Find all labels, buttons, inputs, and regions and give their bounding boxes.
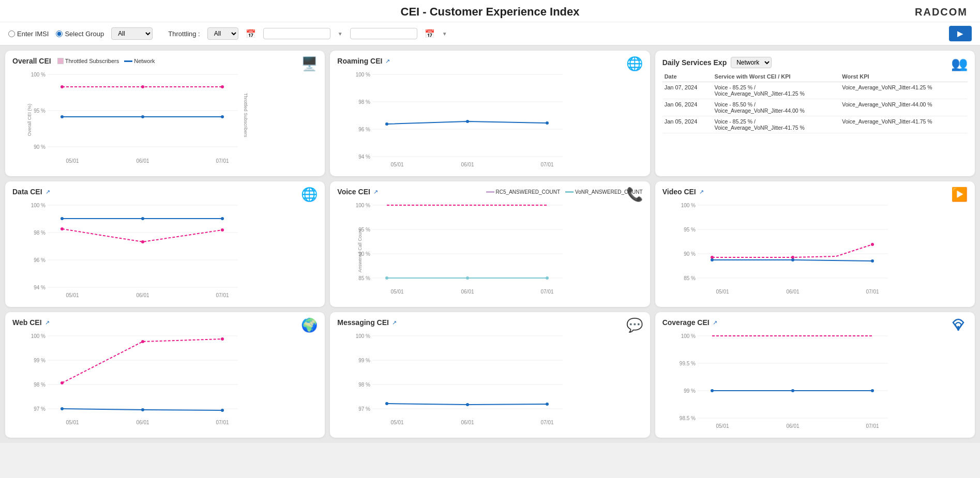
svg-point-10 <box>141 85 144 88</box>
throttling-label: Throttling : <box>168 30 200 38</box>
daily-services-select[interactable]: Network <box>731 57 772 68</box>
svg-point-91 <box>221 337 224 341</box>
svg-text:07/01: 07/01 <box>866 289 879 295</box>
svg-point-76 <box>791 258 794 261</box>
daily-table-row: Jan 06, 2024 Voice - 85.50 % /Voice_Aver… <box>662 99 968 116</box>
data-ext-link[interactable]: ↗ <box>46 189 50 195</box>
roaming-cei-title: Roaming CEI <box>337 57 382 65</box>
data-cei-title: Data CEI <box>12 188 42 196</box>
date-to[interactable]: 2024/01/08 00:00 <box>350 28 417 39</box>
svg-text:07/01: 07/01 <box>866 423 879 429</box>
svg-point-121 <box>711 389 714 392</box>
svg-text:99.5 %: 99.5 % <box>680 361 696 366</box>
svg-text:96 %: 96 % <box>34 257 46 263</box>
card-voice-cei: Voice CEI ↗ RC5_ANSWERED_COUNT VoNR_ANSW… <box>330 181 650 307</box>
svg-point-46 <box>221 228 224 232</box>
svg-point-29 <box>546 121 549 125</box>
svg-point-90 <box>141 340 144 343</box>
svg-text:100 %: 100 % <box>31 333 46 339</box>
svg-text:07/01: 07/01 <box>541 420 554 425</box>
svg-point-14 <box>221 115 224 118</box>
svg-text:94 %: 94 % <box>359 154 371 160</box>
svg-text:100 %: 100 % <box>356 203 370 208</box>
web-cei-title: Web CEI <box>12 318 42 327</box>
svg-point-45 <box>141 240 144 243</box>
svg-point-93 <box>141 408 144 411</box>
card-overall-cei: Overall CEI Throttled Subscribers Networ… <box>5 51 325 176</box>
svg-text:85 %: 85 % <box>359 275 371 281</box>
svg-text:98 %: 98 % <box>34 382 46 388</box>
svg-text:Throttled Subscribers: Throttled Subscribers <box>243 93 248 137</box>
svg-text:05/01: 05/01 <box>391 420 404 425</box>
svg-text:95 %: 95 % <box>34 108 46 114</box>
imsi-radio[interactable] <box>8 30 15 37</box>
card-web-cei: Web CEI ↗ 🌍 100 % 99 % 98 % 97 % 05/01 0… <box>5 312 325 438</box>
daily-services-title: Daily Services Exp <box>662 58 727 67</box>
svg-text:06/01: 06/01 <box>136 292 149 298</box>
svg-text:100 %: 100 % <box>681 203 695 208</box>
group-radio-label[interactable]: Select Group <box>56 30 104 38</box>
imsi-radio-label[interactable]: Enter IMSI <box>8 30 49 38</box>
svg-text:85 %: 85 % <box>684 275 696 281</box>
svg-text:100 %: 100 % <box>681 333 695 339</box>
svg-point-13 <box>141 115 144 118</box>
play-button[interactable]: ▶ <box>949 26 972 41</box>
messaging-cei-chart: 100 % 99 % 98 % 97 % 05/01 06/01 07/01 <box>356 329 573 432</box>
roaming-cei-chart: 100 % 98 % 96 % 94 % 05/01 06/01 07/01 <box>356 67 573 171</box>
svg-point-28 <box>466 120 469 123</box>
card-video-cei: Video CEI ↗ ▶️ 100 % 95 % 90 % 85 % 05/0… <box>655 181 975 307</box>
video-cei-title: Video CEI <box>662 188 696 196</box>
svg-text:05/01: 05/01 <box>66 420 79 425</box>
svg-point-60 <box>546 276 549 280</box>
voice-y-label: Answered Call Count <box>358 228 363 272</box>
messaging-cei-title: Messaging CEI <box>337 318 389 327</box>
svg-text:94 %: 94 % <box>34 285 46 290</box>
svg-point-12 <box>61 115 64 118</box>
svg-text:05/01: 05/01 <box>716 423 729 429</box>
card-data-cei: Data CEI ↗ 🌐 100 % 98 % 96 % 94 % 05/01 … <box>5 181 325 307</box>
group-radio[interactable] <box>56 30 63 37</box>
video-ext-link[interactable]: ↗ <box>699 189 704 195</box>
svg-point-59 <box>466 276 469 280</box>
svg-text:100 %: 100 % <box>356 72 370 78</box>
data-cei-chart: 100 % 98 % 96 % 94 % 05/01 06/01 07/01 <box>31 198 248 301</box>
svg-text:06/01: 06/01 <box>461 289 474 295</box>
web-ext-link[interactable]: ↗ <box>45 319 50 326</box>
svg-point-77 <box>871 259 874 263</box>
svg-text:90 %: 90 % <box>684 251 696 257</box>
voice-cei-title: Voice CEI <box>337 188 370 196</box>
voice-ext-link[interactable]: ↗ <box>373 189 378 195</box>
coverage-ext-link[interactable]: ↗ <box>713 319 717 326</box>
svg-text:07/01: 07/01 <box>541 162 554 167</box>
svg-point-41 <box>61 217 64 220</box>
svg-text:06/01: 06/01 <box>786 423 799 429</box>
svg-text:07/01: 07/01 <box>216 292 229 298</box>
svg-text:07/01: 07/01 <box>216 420 229 425</box>
messaging-ext-link[interactable]: ↗ <box>392 319 397 326</box>
svg-text:100 %: 100 % <box>31 72 46 78</box>
svg-text:96 %: 96 % <box>359 127 371 132</box>
group-select[interactable]: All <box>111 27 153 40</box>
video-cei-chart: 100 % 95 % 90 % 85 % 05/01 06/01 07/01 <box>681 198 898 301</box>
svg-point-11 <box>221 85 224 88</box>
svg-text:100 %: 100 % <box>31 203 46 208</box>
svg-text:06/01: 06/01 <box>136 420 149 425</box>
svg-text:05/01: 05/01 <box>66 292 79 298</box>
card-roaming-cei: Roaming CEI ↗ 🌐 100 % 98 % 96 % 94 % 05/… <box>330 51 650 176</box>
svg-text:90 %: 90 % <box>34 144 46 150</box>
calendar-icon-from: 📅 <box>246 29 256 39</box>
expand-icon-2: ▼ <box>442 31 447 37</box>
svg-point-107 <box>466 403 469 406</box>
svg-text:98 %: 98 % <box>359 382 371 388</box>
date-from[interactable]: 2024/01/04 00:00 <box>263 28 330 39</box>
svg-point-106 <box>385 402 388 405</box>
daily-services-table: Date Service with Worst CEI / KPI Worst … <box>662 71 968 133</box>
svg-point-27 <box>385 122 388 126</box>
svg-text:05/01: 05/01 <box>391 162 404 167</box>
daily-services-icon: 👥 <box>951 56 968 72</box>
overall-cei-chart: 100 % 95 % 90 % 05/01 06/01 07/01 <box>31 67 248 171</box>
coverage-cei-chart: 100 % 99.5 % 99 % 98.5 % 05/01 06/01 07/… <box>681 329 898 432</box>
svg-text:99 %: 99 % <box>684 388 696 394</box>
throttling-select[interactable]: All <box>207 27 238 40</box>
roaming-ext-link[interactable]: ↗ <box>385 58 390 65</box>
